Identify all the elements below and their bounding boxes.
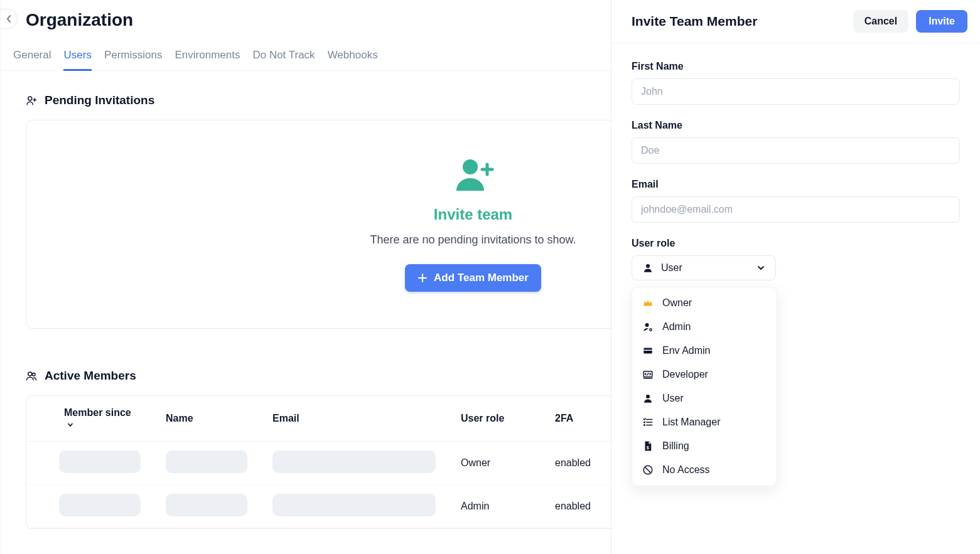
cancel-button[interactable]: Cancel [853,10,908,33]
tab-do-not-track[interactable]: Do Not Track [252,43,315,70]
skeleton-placeholder [166,494,247,516]
user-icon [642,262,654,274]
user-cog-icon [642,321,654,333]
last-name-label: Last Name [632,120,960,131]
chevron-down-icon [757,264,765,272]
drawer-header: Invite Team Member Cancel Invite [611,0,980,43]
invite-hero-title: Invite team [434,206,512,223]
invite-hero-subtitle: There are no pending invitations to show… [370,233,576,247]
plus-icon [417,273,428,283]
svg-text:$: $ [647,445,649,450]
user-icon [642,393,654,404]
invite-button[interactable]: Invite [916,10,967,33]
svg-point-12 [644,425,645,426]
chevron-down-icon [67,421,74,429]
role-dropdown: Owner Admin Env Admin Developer User [632,287,777,486]
invite-drawer: Invite Team Member Cancel Invite First N… [611,0,980,554]
drawer-title: Invite Team Member [632,14,757,29]
svg-point-3 [33,373,36,376]
svg-point-6 [650,329,652,331]
add-team-member-button[interactable]: Add Team Member [405,264,541,292]
svg-point-5 [645,323,649,327]
skeleton-placeholder [59,450,141,473]
svg-point-2 [28,372,32,376]
row-role: Admin [448,485,542,528]
first-name-label: First Name [632,61,960,72]
column-member-since[interactable]: Member since [26,396,153,442]
svg-rect-8 [643,350,652,351]
role-option-user[interactable]: User [632,386,777,410]
users-icon [26,370,37,381]
role-option-list-manager[interactable]: List Manager [632,410,777,434]
invite-team-icon [453,158,494,192]
skeleton-placeholder [59,494,141,516]
tab-environments[interactable]: Environments [175,43,240,70]
file-dollar-icon: $ [642,440,654,452]
first-name-field[interactable] [632,78,960,105]
role-option-no-access[interactable]: No Access [632,458,777,482]
developer-icon [642,369,654,380]
card-icon [642,345,654,356]
list-icon [642,417,654,428]
svg-point-11 [644,422,645,423]
skeleton-placeholder [272,450,436,473]
column-name[interactable]: Name [153,396,260,442]
tab-users[interactable]: Users [63,43,91,70]
drawer-body: First Name Last Name Email User role Use… [611,43,980,519]
ban-icon [642,464,654,476]
role-option-owner[interactable]: Owner [632,291,777,315]
role-label: User role [632,238,960,249]
tab-general[interactable]: General [13,43,51,70]
role-option-developer[interactable]: Developer [632,363,777,386]
last-name-field[interactable] [632,137,960,164]
user-plus-icon [26,95,37,106]
role-option-billing[interactable]: $ Billing [632,434,777,458]
skeleton-placeholder [272,494,436,516]
email-label: Email [632,179,960,190]
column-role[interactable]: User role [448,396,542,442]
role-select[interactable]: User [632,255,776,280]
svg-point-1 [463,159,478,174]
role-option-env-admin[interactable]: Env Admin [632,339,777,363]
role-option-admin[interactable]: Admin [632,315,777,339]
pending-section-title: Pending Invitations [45,93,154,107]
skeleton-placeholder [166,450,247,473]
tab-permissions[interactable]: Permissions [104,43,163,70]
email-field[interactable] [632,196,960,223]
column-email[interactable]: Email [260,396,448,442]
drawer-actions: Cancel Invite [853,10,967,33]
svg-point-0 [28,97,32,100]
svg-point-4 [646,264,650,268]
role-select-value: User [661,262,682,274]
add-team-member-label: Add Team Member [434,272,529,284]
active-members-title: Active Members [45,369,136,383]
tab-webhooks[interactable]: Webhooks [328,43,378,70]
svg-point-10 [646,395,650,398]
crown-icon [642,297,654,309]
row-role: Owner [448,442,542,485]
